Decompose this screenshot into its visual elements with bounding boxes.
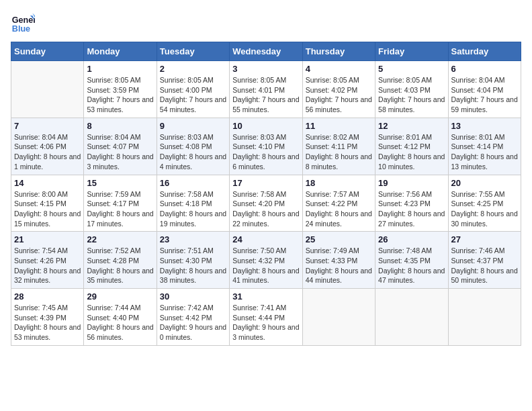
logo: General Blue bbox=[11, 11, 38, 35]
day-number: 9 bbox=[160, 121, 226, 131]
day-number: 1 bbox=[87, 64, 153, 74]
calendar-cell: 12Sunrise: 8:01 AMSunset: 4:12 PMDayligh… bbox=[375, 118, 448, 175]
calendar-cell: 20Sunrise: 7:55 AMSunset: 4:25 PMDayligh… bbox=[448, 175, 521, 232]
day-info: Sunrise: 8:03 AMSunset: 4:08 PMDaylight:… bbox=[160, 132, 226, 172]
day-info: Sunrise: 8:05 AMSunset: 4:01 PMDaylight:… bbox=[232, 75, 299, 115]
col-header-saturday: Saturday bbox=[448, 42, 521, 61]
col-header-thursday: Thursday bbox=[302, 42, 375, 61]
day-info: Sunrise: 8:05 AMSunset: 4:02 PMDaylight:… bbox=[306, 75, 372, 115]
week-row-5: 28Sunrise: 7:45 AMSunset: 4:39 PMDayligh… bbox=[11, 289, 521, 346]
day-info: Sunrise: 8:02 AMSunset: 4:11 PMDaylight:… bbox=[306, 132, 372, 172]
day-info: Sunrise: 8:04 AMSunset: 4:07 PMDaylight:… bbox=[87, 132, 153, 172]
calendar-cell: 28Sunrise: 7:45 AMSunset: 4:39 PMDayligh… bbox=[11, 289, 84, 346]
calendar-cell bbox=[448, 289, 521, 346]
day-number: 15 bbox=[87, 178, 153, 188]
day-number: 6 bbox=[451, 64, 518, 74]
day-number: 21 bbox=[14, 234, 81, 244]
calendar-cell: 30Sunrise: 7:42 AMSunset: 4:42 PMDayligh… bbox=[157, 289, 229, 346]
calendar-cell: 11Sunrise: 8:02 AMSunset: 4:11 PMDayligh… bbox=[302, 118, 375, 175]
day-number: 19 bbox=[378, 178, 445, 188]
day-info: Sunrise: 8:03 AMSunset: 4:10 PMDaylight:… bbox=[232, 132, 299, 172]
day-info: Sunrise: 7:56 AMSunset: 4:23 PMDaylight:… bbox=[378, 189, 445, 229]
calendar-cell: 16Sunrise: 7:58 AMSunset: 4:18 PMDayligh… bbox=[157, 175, 229, 232]
day-info: Sunrise: 7:45 AMSunset: 4:39 PMDaylight:… bbox=[14, 303, 81, 342]
calendar-cell: 27Sunrise: 7:46 AMSunset: 4:37 PMDayligh… bbox=[448, 232, 521, 289]
calendar-cell: 15Sunrise: 7:59 AMSunset: 4:17 PMDayligh… bbox=[84, 175, 157, 232]
calendar-cell: 18Sunrise: 7:57 AMSunset: 4:22 PMDayligh… bbox=[302, 175, 375, 232]
day-info: Sunrise: 8:01 AMSunset: 4:12 PMDaylight:… bbox=[378, 132, 445, 172]
header-row: SundayMondayTuesdayWednesdayThursdayFrid… bbox=[11, 42, 521, 61]
calendar-cell: 3Sunrise: 8:05 AMSunset: 4:01 PMDaylight… bbox=[230, 61, 302, 118]
week-row-4: 21Sunrise: 7:54 AMSunset: 4:26 PMDayligh… bbox=[11, 232, 521, 289]
day-number: 29 bbox=[87, 291, 153, 302]
day-info: Sunrise: 7:50 AMSunset: 4:32 PMDaylight:… bbox=[232, 246, 299, 285]
day-info: Sunrise: 8:05 AMSunset: 3:59 PMDaylight:… bbox=[87, 75, 153, 115]
calendar-cell: 10Sunrise: 8:03 AMSunset: 4:10 PMDayligh… bbox=[230, 118, 302, 175]
day-number: 11 bbox=[306, 121, 372, 131]
day-number: 28 bbox=[14, 291, 81, 302]
calendar-cell: 7Sunrise: 8:04 AMSunset: 4:06 PMDaylight… bbox=[11, 118, 84, 175]
day-info: Sunrise: 7:54 AMSunset: 4:26 PMDaylight:… bbox=[14, 246, 81, 285]
day-info: Sunrise: 7:59 AMSunset: 4:17 PMDaylight:… bbox=[87, 189, 153, 229]
day-number: 10 bbox=[232, 121, 299, 131]
day-info: Sunrise: 7:58 AMSunset: 4:18 PMDaylight:… bbox=[160, 189, 226, 229]
col-header-sunday: Sunday bbox=[11, 42, 84, 61]
day-info: Sunrise: 8:01 AMSunset: 4:14 PMDaylight:… bbox=[451, 132, 518, 172]
calendar-cell: 2Sunrise: 8:05 AMSunset: 4:00 PMDaylight… bbox=[157, 61, 229, 118]
day-number: 4 bbox=[306, 64, 372, 74]
day-number: 24 bbox=[232, 234, 299, 244]
svg-text:Blue: Blue bbox=[12, 24, 30, 34]
day-number: 16 bbox=[160, 178, 226, 188]
day-number: 12 bbox=[378, 121, 445, 131]
calendar-cell: 29Sunrise: 7:44 AMSunset: 4:40 PMDayligh… bbox=[84, 289, 157, 346]
day-number: 14 bbox=[14, 178, 81, 188]
calendar-cell bbox=[11, 61, 84, 118]
day-info: Sunrise: 7:41 AMSunset: 4:44 PMDaylight:… bbox=[232, 303, 299, 342]
col-header-monday: Monday bbox=[84, 42, 157, 61]
calendar-table: SundayMondayTuesdayWednesdayThursdayFrid… bbox=[11, 42, 521, 346]
day-info: Sunrise: 8:04 AMSunset: 4:04 PMDaylight:… bbox=[451, 75, 518, 115]
col-header-tuesday: Tuesday bbox=[157, 42, 229, 61]
calendar-cell: 21Sunrise: 7:54 AMSunset: 4:26 PMDayligh… bbox=[11, 232, 84, 289]
day-number: 3 bbox=[232, 64, 299, 74]
day-number: 23 bbox=[160, 234, 226, 244]
day-info: Sunrise: 7:48 AMSunset: 4:35 PMDaylight:… bbox=[378, 246, 445, 285]
day-info: Sunrise: 7:58 AMSunset: 4:20 PMDaylight:… bbox=[232, 189, 299, 229]
day-info: Sunrise: 8:00 AMSunset: 4:15 PMDaylight:… bbox=[14, 189, 81, 229]
day-number: 7 bbox=[14, 121, 81, 131]
day-info: Sunrise: 7:55 AMSunset: 4:25 PMDaylight:… bbox=[451, 189, 518, 229]
calendar-cell: 6Sunrise: 8:04 AMSunset: 4:04 PMDaylight… bbox=[448, 61, 521, 118]
day-number: 5 bbox=[378, 64, 445, 74]
day-info: Sunrise: 7:44 AMSunset: 4:40 PMDaylight:… bbox=[87, 303, 153, 342]
day-info: Sunrise: 7:42 AMSunset: 4:42 PMDaylight:… bbox=[160, 303, 226, 342]
day-info: Sunrise: 7:46 AMSunset: 4:37 PMDaylight:… bbox=[451, 246, 518, 285]
page-header: General Blue bbox=[11, 11, 521, 35]
calendar-cell bbox=[375, 289, 448, 346]
col-header-wednesday: Wednesday bbox=[230, 42, 302, 61]
col-header-friday: Friday bbox=[375, 42, 448, 61]
day-info: Sunrise: 8:05 AMSunset: 4:03 PMDaylight:… bbox=[378, 75, 445, 115]
day-info: Sunrise: 7:49 AMSunset: 4:33 PMDaylight:… bbox=[306, 246, 372, 285]
week-row-2: 7Sunrise: 8:04 AMSunset: 4:06 PMDaylight… bbox=[11, 118, 521, 175]
day-number: 20 bbox=[451, 178, 518, 188]
calendar-cell: 24Sunrise: 7:50 AMSunset: 4:32 PMDayligh… bbox=[230, 232, 302, 289]
day-number: 2 bbox=[160, 64, 226, 74]
day-number: 31 bbox=[232, 291, 299, 302]
day-info: Sunrise: 7:57 AMSunset: 4:22 PMDaylight:… bbox=[306, 189, 372, 229]
day-info: Sunrise: 8:04 AMSunset: 4:06 PMDaylight:… bbox=[14, 132, 81, 172]
calendar-cell: 19Sunrise: 7:56 AMSunset: 4:23 PMDayligh… bbox=[375, 175, 448, 232]
day-info: Sunrise: 7:51 AMSunset: 4:30 PMDaylight:… bbox=[160, 246, 226, 285]
calendar-cell: 8Sunrise: 8:04 AMSunset: 4:07 PMDaylight… bbox=[84, 118, 157, 175]
calendar-cell: 9Sunrise: 8:03 AMSunset: 4:08 PMDaylight… bbox=[157, 118, 229, 175]
calendar-cell bbox=[302, 289, 375, 346]
calendar-cell: 22Sunrise: 7:52 AMSunset: 4:28 PMDayligh… bbox=[84, 232, 157, 289]
logo-icon: General Blue bbox=[11, 11, 35, 35]
week-row-1: 1Sunrise: 8:05 AMSunset: 3:59 PMDaylight… bbox=[11, 61, 521, 118]
calendar-cell: 5Sunrise: 8:05 AMSunset: 4:03 PMDaylight… bbox=[375, 61, 448, 118]
day-number: 18 bbox=[306, 178, 372, 188]
calendar-cell: 23Sunrise: 7:51 AMSunset: 4:30 PMDayligh… bbox=[157, 232, 229, 289]
day-number: 27 bbox=[451, 234, 518, 244]
day-number: 25 bbox=[306, 234, 372, 244]
calendar-cell: 25Sunrise: 7:49 AMSunset: 4:33 PMDayligh… bbox=[302, 232, 375, 289]
week-row-3: 14Sunrise: 8:00 AMSunset: 4:15 PMDayligh… bbox=[11, 175, 521, 232]
